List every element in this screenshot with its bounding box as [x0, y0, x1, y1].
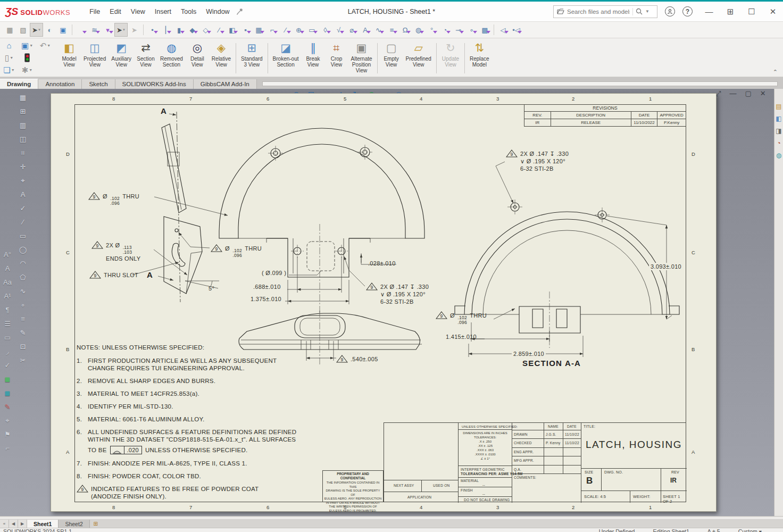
filter-solid-icon[interactable]: ◆: [186, 23, 199, 37]
filter-balloon-icon[interactable]: ◍: [412, 23, 425, 37]
ribbon-button-replace-model[interactable]: ⇅ReplaceModel: [467, 40, 492, 77]
ribbon-button-detail-view[interactable]: ◎DetailView: [186, 40, 209, 77]
solid-cube-icon[interactable]: ◼: [1, 373, 14, 385]
filter-centerline-icon[interactable]: ∕: [279, 23, 292, 37]
span-displays-button[interactable]: ⊞: [724, 7, 736, 16]
centerline-icon[interactable]: ≡: [16, 313, 29, 325]
smart-dimension-icon[interactable]: ⌖: [16, 174, 29, 187]
file-explorer-icon[interactable]: ◧: [776, 115, 781, 122]
doc-close-icon[interactable]: ✕: [760, 89, 766, 98]
filter-pie-icon[interactable]: ◔: [438, 23, 452, 37]
drawing-sheet[interactable]: 8877665544332211DDCCBBAA: [51, 93, 717, 512]
ribbon-button-auxiliary-view[interactable]: ◩AuxiliaryView: [109, 40, 134, 77]
ribbon-button-alternate-position-view[interactable]: ▣AlternatePositionView: [348, 40, 375, 77]
filter-spline-icon[interactable]: ∿: [372, 23, 385, 37]
menu-view[interactable]: View: [127, 6, 149, 18]
ribbon-button-broken-out-section[interactable]: ◪Broken-outSection: [270, 40, 302, 77]
select-gray-cursor-icon[interactable]: ➤: [128, 23, 141, 37]
corner-icon[interactable]: ⌐: [1, 442, 14, 454]
filter-block-icon[interactable]: ▭: [305, 23, 319, 37]
select-filter-cursor-icon[interactable]: ➤▼: [114, 23, 128, 37]
point-icon[interactable]: ∘: [16, 299, 29, 311]
toggle-panes-icon[interactable]: ▦: [3, 23, 16, 37]
save-icon[interactable]: ▣▼: [21, 41, 33, 51]
weldment-table-icon[interactable]: ⌗: [16, 147, 29, 159]
ribbon-button-section-view[interactable]: ⇄SectionView: [134, 40, 157, 77]
open-folder-icon[interactable]: ❏▼: [3, 65, 14, 75]
filter-axis-icon[interactable]: ∕: [212, 23, 226, 37]
format-painter-icon[interactable]: ¶: [1, 304, 14, 316]
tab-solidworks-add-ins[interactable]: SOLIDWORKS Add-Ins: [115, 79, 194, 89]
save-icon[interactable]: ▣: [56, 23, 70, 37]
minimize-button[interactable]: —: [703, 7, 715, 16]
ribbon-button-crop-view[interactable]: ⌗CropView: [325, 40, 348, 77]
note-degree-icon[interactable]: A°: [1, 248, 14, 261]
weld-symbol-icon[interactable]: ◞: [1, 345, 14, 358]
filter-edges-icon[interactable]: ⎮: [159, 23, 172, 37]
dropdown-caret-icon[interactable]: ▼: [38, 28, 41, 31]
filter-connector-icon[interactable]: ⊸: [452, 23, 465, 37]
filter-midpoint-icon[interactable]: ⌐: [265, 23, 279, 37]
filter-toggle2-icon[interactable]: ◁: [496, 23, 510, 37]
add-sheet-icon[interactable]: ⊞: [90, 520, 102, 528]
new-document-icon[interactable]: ▯▼: [5, 53, 13, 63]
custom-properties-icon[interactable]: ◍: [776, 152, 781, 159]
title-block[interactable]: NEXT ASSY USED ON APPLICATION UNLESS OTH…: [384, 422, 686, 502]
filter-dimension-icon[interactable]: ⌀: [345, 23, 359, 37]
filter-faces-icon[interactable]: ▮: [172, 23, 186, 37]
shaded-cube-icon[interactable]: ◼: [1, 387, 14, 399]
home-icon[interactable]: ⌂: [6, 41, 11, 50]
filter-origin-icon[interactable]: ▪: [239, 23, 252, 37]
revision-table[interactable]: REVISIONS REV. DESCRIPTION DATE APPROVED…: [524, 104, 686, 127]
filter-toggle-icon[interactable]: ▾: [101, 23, 114, 37]
menu-insert[interactable]: Insert: [151, 6, 176, 18]
line-icon[interactable]: ∕: [16, 216, 29, 228]
help-icon[interactable]: ?: [682, 6, 693, 16]
filter-datum-icon[interactable]: Ω: [398, 23, 412, 37]
shaded-sphere-icon[interactable]: ◐: [43, 23, 56, 37]
settings-gear-icon[interactable]: ✱▼: [22, 65, 33, 75]
doc-maximize-icon[interactable]: ▢: [745, 89, 751, 98]
filter-weld-icon[interactable]: √: [332, 23, 345, 37]
filter-multi-icon[interactable]: ≋: [88, 23, 101, 37]
appearances-icon[interactable]: ◔: [777, 139, 780, 147]
ribbon-button-model-view[interactable]: ◧ModelView: [57, 40, 81, 77]
undo-icon[interactable]: ↶▼: [40, 41, 51, 51]
sheet-nav-button[interactable]: ▶: [18, 520, 27, 528]
note-tool-icon[interactable]: A: [16, 188, 29, 201]
filter-plane-icon[interactable]: ◧: [226, 23, 239, 37]
tab-drawing[interactable]: Drawing: [0, 79, 38, 89]
filter-coordinate-icon[interactable]: ⊕: [292, 23, 305, 37]
filter-surface-finish-icon[interactable]: °: [425, 23, 438, 37]
red-brush-icon[interactable]: ✎: [1, 401, 14, 413]
menu-window[interactable]: Window: [202, 6, 234, 18]
filter-clear-icon[interactable]: [74, 23, 88, 37]
performance-traffic-light-icon[interactable]: [24, 53, 30, 62]
maximize-button[interactable]: ☐: [746, 7, 757, 16]
balloon-icon[interactable]: A¹: [1, 290, 14, 302]
revision-table-icon[interactable]: ◫: [16, 133, 29, 145]
horizontal-scrollbar[interactable]: [0, 516, 783, 520]
table-icon[interactable]: ☰: [1, 318, 14, 330]
account-icon[interactable]: [665, 6, 675, 16]
filter-surface-icon[interactable]: ◇: [199, 23, 212, 37]
design-library-icon[interactable]: ▤: [776, 103, 781, 110]
filter-vertices-icon[interactable]: •: [146, 23, 159, 37]
sheet-tab-sheet1[interactable]: Sheet1: [27, 520, 59, 528]
trim-icon[interactable]: ✂: [16, 354, 29, 367]
menu-file[interactable]: File: [85, 6, 104, 18]
doc-minimize-icon[interactable]: —: [729, 89, 736, 98]
crosshair-icon[interactable]: ✛: [16, 161, 29, 173]
search-icon[interactable]: [636, 8, 643, 15]
search-input[interactable]: [567, 9, 630, 15]
surface-finish-icon[interactable]: ✓: [1, 359, 14, 371]
rectangle-icon[interactable]: ▭: [16, 230, 29, 242]
ribbon-button-predefined-view[interactable]: ▱PredefinedView: [403, 40, 434, 77]
filter-hatch-icon[interactable]: ◊: [319, 23, 332, 37]
select-cursor-icon[interactable]: ➤▼: [30, 23, 43, 37]
close-button[interactable]: ✕: [767, 7, 779, 16]
spell-check-icon[interactable]: ✓: [16, 202, 29, 214]
3d-views-icon[interactable]: ▧: [16, 23, 30, 37]
hole-table-icon[interactable]: ⊞: [16, 105, 29, 118]
filter-note-icon[interactable]: A: [359, 23, 372, 37]
